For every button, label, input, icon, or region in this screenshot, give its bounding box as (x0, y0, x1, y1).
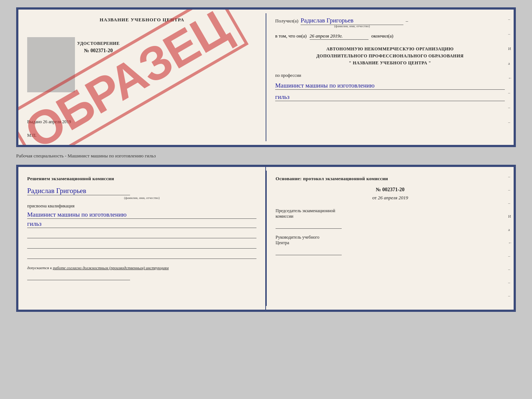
bottom-document: Решением экзаменационной комиссии Радисл… (16, 165, 516, 312)
edge-mark-2: – (508, 32, 512, 36)
bottom-left-panel: Решением экзаменационной комиссии Радисл… (18, 167, 266, 310)
cert-number: № 002371-20 (77, 48, 120, 54)
edge-mark-3: И (508, 46, 512, 51)
b-edge-mark-8: – (508, 267, 512, 271)
org-line2: ДОПОЛНИТЕЛЬНОГО ПРОФЕССИОНАЛЬНОГО ОБРАЗО… (275, 53, 505, 60)
b-edge-mark-6: ← (508, 241, 512, 245)
top-document: НАЗВАНИЕ УЧЕБНОГО ЦЕНТРА УДОСТОВЕРЕНИЕ №… (16, 7, 516, 147)
b-edge-mark-9: – (508, 280, 512, 285)
date-prefix: от (372, 195, 377, 200)
b-edge-mark-5: а (508, 227, 512, 232)
recipient-name-bottom: Радислав Григорьев (27, 187, 130, 195)
chairman-sign-line (276, 221, 342, 229)
edge-mark-7: – (508, 105, 512, 110)
basis-label: Основание: протокол экзаменационной коми… (276, 176, 505, 182)
blank-line-4 (27, 273, 130, 280)
chairman-label: Председатель экзаменационной комиссии (276, 208, 505, 219)
edge-mark-5: ← (508, 76, 512, 80)
profession-line2: гильз (275, 93, 505, 101)
b-edge-mark-4: И (508, 214, 512, 218)
org-block: АВТОНОМНУЮ НЕКОММЕРЧЕСКУЮ ОРГАНИЗАЦИЮ ДО… (275, 46, 505, 67)
document-wrapper: НАЗВАНИЕ УЧЕБНОГО ЦЕНТРА УДОСТОВЕРЕНИЕ №… (16, 7, 516, 312)
top-right-panel: Получил(а) Радислав Григорьев (фамилия, … (266, 10, 514, 145)
protocol-number: № 002371-20 (276, 187, 505, 193)
completion-line: в том, что он(а) 26 апреля 2019г. окончи… (275, 33, 505, 40)
received-line: Получил(а) Радислав Григорьев (фамилия, … (275, 17, 505, 28)
in-that-label: в том, что он(а) (275, 33, 307, 39)
top-left-panel: НАЗВАНИЕ УЧЕБНОГО ЦЕНТРА УДОСТОВЕРЕНИЕ №… (18, 10, 266, 145)
qual-line1: Машинист машины по изготовлению (27, 211, 256, 219)
admits-block: допускается к работе согласно должностны… (27, 266, 256, 270)
director-sign-line (276, 248, 342, 255)
cert-type: УДОСТОВЕРЕНИЕ (77, 41, 120, 46)
date-value: 26 апреля 2019 (378, 195, 408, 200)
edge-mark-8: – (508, 120, 512, 124)
org-line1: АВТОНОМНУЮ НЕКОММЕРЧЕСКУЮ ОРГАНИЗАЦИЮ (275, 46, 505, 53)
admits-prefix: допускается к (27, 266, 52, 270)
b-edge-mark-7: – (508, 254, 512, 258)
completion-date: 26 апреля 2019г. (310, 33, 369, 40)
assigned-label: присвоена квалификация (27, 203, 256, 209)
issued-label: Выдано (27, 119, 42, 124)
name-sublabel-bottom: (фамилия, имя, отчество) (27, 196, 256, 200)
b-edge-mark-3: – (508, 201, 512, 205)
blank-line-3 (27, 252, 256, 259)
bottom-right-panel: Основание: протокол экзаменационной коми… (267, 167, 514, 310)
issued-date: 26 апреля 2019 (43, 119, 71, 124)
commission-title: Решением экзаменационной комиссии (27, 176, 256, 182)
edge-mark-6: – (508, 90, 512, 95)
photo-area (27, 37, 75, 92)
name-sublabel: (фамилия, имя, отчество) (334, 24, 370, 28)
admits-text: работе согласно должностным (производств… (53, 266, 169, 270)
director-label: Руководитель учебного Центра (276, 235, 505, 246)
edge-mark-4: а (508, 61, 512, 65)
org-line3: " НАЗВАНИЕ УЧЕБНОГО ЦЕНТРА " (275, 60, 505, 67)
protocol-date: от 26 апреля 2019 (276, 195, 505, 201)
recipient-name: Радислав Григорьев (301, 17, 403, 25)
separator-label: Рабочая специальность - Машинист машины … (16, 152, 516, 160)
cert-mp: М.П. (27, 133, 36, 138)
top-left-title: НАЗВАНИЕ УЧЕБНОГО ЦЕНТРА (27, 17, 257, 23)
qual-line2: гильз (27, 220, 256, 228)
blank-line-2 (27, 241, 256, 249)
b-edge-mark-2: – (508, 188, 512, 192)
dash: – (406, 18, 408, 24)
profession-label: по профессии (275, 73, 505, 78)
received-label: Получил(а) (275, 18, 298, 24)
edge-mark-1: – (508, 17, 512, 21)
profession-line1: Машинист машины по изготовлению (275, 82, 505, 90)
blank-line-1 (27, 231, 256, 238)
cert-issued: Выдано 26 апреля 2019 (27, 119, 71, 125)
completed-label: окончил(а) (371, 33, 393, 39)
b-edge-mark-1: – (508, 174, 512, 179)
b-edge-mark-10: – (508, 293, 512, 298)
cert-badge: УДОСТОВЕРЕНИЕ № 002371-20 (77, 41, 120, 54)
